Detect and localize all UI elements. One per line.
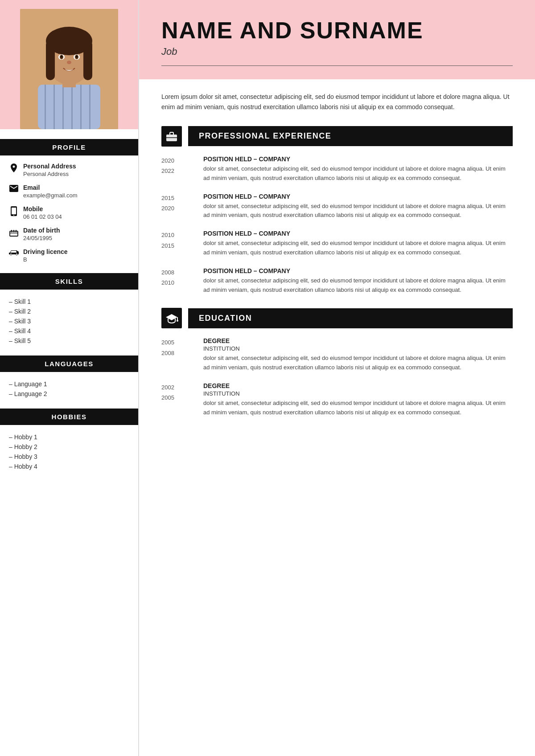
edu-years: 2005 2008: [161, 337, 193, 372]
skills-list: – Skill 1 – Skill 2 – Skill 3 – Skill 4 …: [9, 297, 129, 346]
sidebar: PROFILE Personal Address Personal Addres…: [0, 0, 138, 756]
exp-details: POSITION HELD – COMPANY dolor sit amet, …: [203, 267, 513, 295]
briefcase-icon: [161, 126, 182, 147]
exp-years: 2008 2010: [161, 267, 193, 295]
list-item: – Skill 3: [9, 316, 129, 326]
list-item: – Skill 4: [9, 326, 129, 336]
hobbies-section-header: HOBBIES: [0, 409, 138, 425]
education-item: 2002 2005 DEGREE INSTITUTION dolor sit a…: [161, 382, 513, 417]
full-name: NAME AND SURNAME: [161, 18, 513, 43]
car-icon: [9, 249, 19, 256]
languages-list: – Language 1 – Language 2: [9, 379, 129, 399]
experience-item: 2020 2022 POSITION HELD – COMPANY dolor …: [161, 155, 513, 183]
svg-point-19: [76, 56, 78, 58]
svg-rect-5: [71, 85, 73, 129]
svg-rect-6: [80, 85, 82, 129]
mobile-text: Mobile 06 01 02 03 04: [23, 205, 62, 221]
sidebar-content: PROFILE Personal Address Personal Addres…: [0, 129, 138, 756]
experience-title-row: PROFESSIONAL EXPERIENCE: [161, 126, 513, 147]
svg-rect-24: [16, 230, 16, 232]
exp-years: 2020 2022: [161, 155, 193, 183]
list-item: – Hobby 2: [9, 442, 129, 452]
list-item: – Skill 1: [9, 297, 129, 306]
experience-item: 2010 2015 POSITION HELD – COMPANY dolor …: [161, 230, 513, 257]
list-item: – Language 2: [9, 389, 129, 399]
svg-rect-4: [62, 85, 64, 129]
location-icon: [9, 163, 19, 173]
svg-rect-2: [45, 85, 46, 129]
languages-section-header: LANGUAGES: [0, 356, 138, 372]
resume-container: PROFILE Personal Address Personal Addres…: [0, 0, 535, 756]
profile-section-header: PROFILE: [0, 139, 138, 155]
phone-icon: [9, 206, 19, 216]
address-text: Personal Address Personal Address: [23, 163, 76, 178]
list-item: – Hobby 4: [9, 462, 129, 471]
address-item: Personal Address Personal Address: [9, 163, 129, 178]
exp-years: 2010 2015: [161, 230, 193, 257]
header-divider: [161, 65, 513, 66]
dob-text: Date of birth 24/05/1995: [23, 227, 60, 242]
svg-rect-3: [54, 85, 55, 129]
main-body: Lorem ipsum dolor sit amet, consectetur …: [139, 79, 535, 756]
dob-item: Date of birth 24/05/1995: [9, 227, 129, 242]
svg-point-30: [177, 320, 178, 322]
education-title-row: EDUCATION: [161, 308, 513, 328]
edu-details: DEGREE INSTITUTION dolor sit amet, conse…: [203, 382, 513, 417]
photo-area: [0, 0, 138, 129]
licence-item: Driving licence B: [9, 248, 129, 263]
education-section-label: EDUCATION: [188, 308, 513, 328]
licence-text: Driving licence B: [23, 248, 68, 263]
hobbies-list: – Hobby 1 – Hobby 2 – Hobby 3 – Hobby 4: [9, 432, 129, 471]
experience-item: 2008 2010 POSITION HELD – COMPANY dolor …: [161, 267, 513, 295]
exp-years: 2015 2020: [161, 193, 193, 221]
birthday-icon: [9, 228, 19, 237]
skills-section-header: SKILLS: [0, 273, 138, 290]
edu-years: 2002 2005: [161, 382, 193, 417]
education-section: EDUCATION 2005 2008 DEGREE INSTITUTION d…: [161, 308, 513, 417]
email-icon: [9, 185, 19, 192]
svg-rect-23: [13, 230, 14, 232]
profile-photo: [20, 9, 118, 129]
summary-text: Lorem ipsum dolor sit amet, consectetur …: [161, 92, 513, 112]
svg-rect-7: [89, 85, 91, 129]
exp-details: POSITION HELD – COMPANY dolor sit amet, …: [203, 155, 513, 183]
main-header: NAME AND SURNAME Job: [139, 0, 535, 79]
graduation-icon: [161, 308, 182, 328]
svg-point-13: [47, 28, 91, 50]
list-item: – Hobby 1: [9, 432, 129, 442]
list-item: – Skill 2: [9, 306, 129, 316]
svg-rect-22: [11, 230, 12, 232]
experience-section-label: PROFESSIONAL EXPERIENCE: [188, 126, 513, 146]
list-item: – Language 1: [9, 379, 129, 389]
svg-rect-1: [38, 85, 100, 129]
education-item: 2005 2008 DEGREE INSTITUTION dolor sit a…: [161, 337, 513, 372]
email-item: Email example@gmail.com: [9, 184, 129, 199]
edu-details: DEGREE INSTITUTION dolor sit amet, conse…: [203, 337, 513, 372]
exp-details: POSITION HELD – COMPANY dolor sit amet, …: [203, 230, 513, 257]
experience-item: 2015 2020 POSITION HELD – COMPANY dolor …: [161, 193, 513, 221]
exp-details: POSITION HELD – COMPANY dolor sit amet, …: [203, 193, 513, 221]
email-text: Email example@gmail.com: [23, 184, 78, 199]
svg-point-16: [61, 56, 62, 58]
svg-marker-28: [166, 314, 177, 320]
list-item: – Hobby 3: [9, 452, 129, 462]
list-item: – Skill 5: [9, 336, 129, 346]
job-title: Job: [161, 46, 513, 57]
main-content: NAME AND SURNAME Job Lorem ipsum dolor s…: [139, 0, 535, 756]
professional-experience-section: PROFESSIONAL EXPERIENCE 2020 2022 POSITI…: [161, 126, 513, 294]
mobile-item: Mobile 06 01 02 03 04: [9, 205, 129, 221]
svg-point-20: [67, 61, 71, 64]
